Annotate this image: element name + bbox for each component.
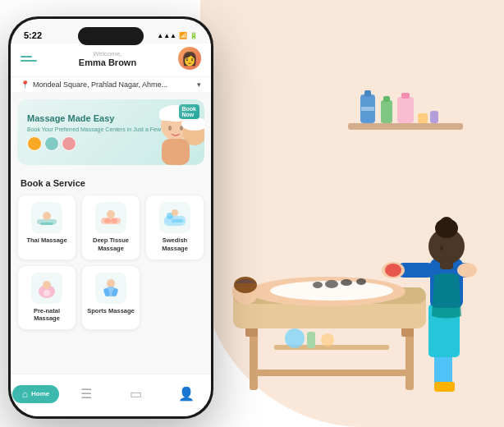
book-service-title: Book a Service <box>11 172 211 191</box>
service-prenatal[interactable]: Pre-natal Massage <box>17 265 76 331</box>
svg-rect-5 <box>383 96 390 102</box>
svg-point-28 <box>356 278 366 285</box>
svg-point-25 <box>325 280 338 288</box>
wallet-icon: ▭ <box>130 386 142 402</box>
svg-rect-30 <box>434 382 455 392</box>
sports-label: Sports Massage <box>87 307 135 315</box>
thai-massage-label: Thai Massage <box>26 236 66 245</box>
massage-illustration <box>200 49 492 402</box>
banner-book-now-badge[interactable]: BookNow <box>179 104 200 119</box>
deep-tissue-label: Deep Tissue Massage <box>87 236 135 253</box>
svg-rect-8 <box>418 113 428 123</box>
svg-rect-11 <box>405 328 414 390</box>
home-label: Home <box>31 390 49 397</box>
service-swedish[interactable]: Swedish Massage <box>145 195 204 260</box>
header-center: Welcome, Emma Brown <box>37 50 178 67</box>
svg-point-16 <box>285 328 305 348</box>
menu-line-mid <box>21 60 37 62</box>
service-sports[interactable]: Sports Massage <box>81 265 140 331</box>
svg-point-57 <box>104 218 111 223</box>
status-icons: ▲▲▲ 📶 🔋 <box>157 32 198 39</box>
svg-rect-61 <box>172 219 183 223</box>
svg-point-26 <box>341 279 352 286</box>
bookings-icon: ☰ <box>80 386 92 402</box>
bottom-navigation: ⌂ Home ☰ ▭ 👤 <box>11 374 211 416</box>
service-deep-tissue[interactable]: Deep Tissue Massage <box>81 195 140 260</box>
thai-massage-icon-wrap <box>31 202 62 233</box>
swedish-label: Swedish Massage <box>151 236 199 253</box>
welcome-text: Welcome, <box>37 50 178 57</box>
svg-rect-4 <box>381 100 392 123</box>
battery-icon: 🔋 <box>190 32 198 39</box>
svg-point-56 <box>107 210 115 218</box>
svg-rect-43 <box>440 261 453 269</box>
svg-point-53 <box>43 212 51 220</box>
banner-avatar-1 <box>27 136 42 151</box>
svg-point-41 <box>440 217 453 230</box>
prenatal-icon-wrap <box>31 273 62 304</box>
svg-rect-51 <box>162 139 190 165</box>
svg-point-62 <box>172 209 178 216</box>
status-time: 5:22 <box>24 30 42 40</box>
svg-point-47 <box>168 126 172 131</box>
svg-point-27 <box>313 282 323 288</box>
svg-rect-29 <box>434 353 452 386</box>
svg-rect-10 <box>250 328 258 390</box>
home-icon: ⌂ <box>22 388 28 400</box>
svg-rect-3 <box>361 107 374 111</box>
phone-frame: 5:22 ▲▲▲ 📶 🔋 Welcome, Emma Brown <box>8 16 213 419</box>
nav-wallet[interactable]: ▭ <box>111 386 161 405</box>
user-avatar[interactable]: 👩 <box>178 47 201 70</box>
svg-point-66 <box>107 279 115 287</box>
screen-content: Massage Made Easy Book Your Preferred Ma… <box>11 93 211 383</box>
signal-icon: ▲▲▲ <box>157 32 176 39</box>
banner-avatar-2 <box>44 136 59 151</box>
svg-point-65 <box>44 290 50 296</box>
deep-tissue-icon-wrap <box>95 202 126 233</box>
hamburger-menu[interactable] <box>21 56 37 62</box>
banner-avatar-3 <box>62 136 76 151</box>
avatar-image: 👩 <box>181 51 198 67</box>
nav-bookings[interactable]: ☰ <box>61 386 111 405</box>
svg-rect-2 <box>364 90 371 97</box>
profile-icon: 👤 <box>178 386 195 402</box>
service-thai-massage[interactable]: Thai Massage <box>17 195 76 260</box>
svg-rect-17 <box>307 332 315 348</box>
svg-rect-9 <box>430 111 438 123</box>
wifi-icon: 📶 <box>179 32 187 39</box>
svg-rect-32 <box>432 312 456 357</box>
phone-body: 5:22 ▲▲▲ 📶 🔋 Welcome, Emma Brown <box>8 16 213 419</box>
location-chevron-icon: ▾ <box>197 80 201 89</box>
svg-rect-6 <box>397 97 414 123</box>
dynamic-island <box>78 27 144 45</box>
nav-home[interactable]: ⌂ Home <box>11 385 61 406</box>
svg-rect-14 <box>250 370 414 376</box>
location-pin-icon: 📍 <box>21 80 30 89</box>
location-bar[interactable]: 📍 Mondeal Square, Prahlad Nagar, Ahme...… <box>11 77 211 93</box>
svg-rect-0 <box>348 123 463 130</box>
app-header: Welcome, Emma Brown 👩 <box>11 44 211 77</box>
phone-screen: 5:22 ▲▲▲ 📶 🔋 Welcome, Emma Brown <box>11 19 211 416</box>
swedish-icon-wrap <box>159 202 190 233</box>
svg-point-18 <box>321 333 334 347</box>
svg-point-58 <box>111 218 117 223</box>
svg-rect-54 <box>40 223 53 225</box>
location-text: Mondeal Square, Prahlad Nagar, Ahme... <box>33 80 194 89</box>
prenatal-label: Pre-natal Massage <box>23 307 71 324</box>
sports-icon-wrap <box>95 273 126 304</box>
promo-banner[interactable]: Massage Made Easy Book Your Preferred Ma… <box>17 99 204 165</box>
svg-point-38 <box>457 263 477 278</box>
svg-point-42 <box>440 246 443 250</box>
menu-line-top <box>21 56 32 57</box>
svg-point-64 <box>43 281 51 289</box>
services-grid: Thai Massage Deep Tissue Massage <box>11 191 211 333</box>
svg-rect-7 <box>401 93 410 99</box>
user-name: Emma Brown <box>37 57 178 67</box>
nav-profile[interactable]: 👤 <box>161 386 211 405</box>
svg-point-37 <box>385 264 401 277</box>
